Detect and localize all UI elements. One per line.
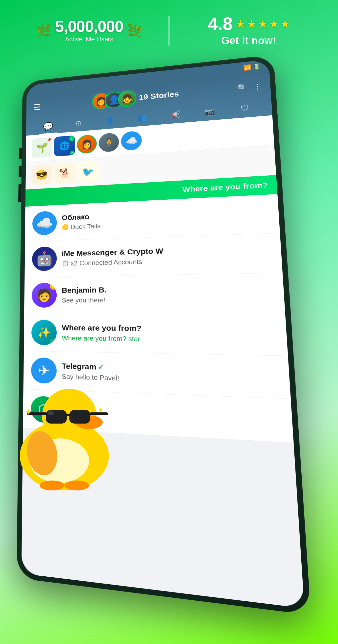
chat-info-oblako: Облако 🟡 Duck Tails: [62, 204, 271, 231]
sticker-doge[interactable]: 🐕: [54, 163, 75, 184]
sticker-plant[interactable]: 🌱 📌: [31, 137, 52, 158]
chat-avatar-where: ✨ A 1: [31, 320, 57, 345]
phone-frame: 📶 🔋 ☰ 👩: [16, 54, 311, 615]
get-it-now-text[interactable]: Get it now!: [221, 35, 276, 46]
rating-number: 4.8: [208, 15, 233, 33]
more-options-icon[interactable]: ⋮: [253, 82, 262, 91]
tab-groups[interactable]: 👥: [126, 109, 159, 127]
volume-up-button[interactable]: [19, 148, 22, 159]
search-icon[interactable]: 🔍: [237, 83, 248, 92]
chat-info-ime: iMe Messenger & Crypto W 📋 x2 Connected …: [62, 244, 273, 267]
media-icon: 📷: [204, 107, 215, 116]
preview-text-where: Where are you from? star: [62, 334, 140, 343]
stories-section[interactable]: 👩 👤 👧 19 Stories: [92, 85, 179, 110]
chat-item-where[interactable]: ✨ A 1 Where are you from? Where are you …: [24, 314, 288, 356]
contacts-icon: 👤: [105, 116, 115, 125]
chat-avatar-oblako: ☁️: [32, 211, 57, 236]
star-2: ★: [247, 18, 256, 30]
users-count-text: 5,000,000 Active iMe Users: [55, 18, 123, 43]
sticker-sunglasses[interactable]: 😎: [31, 164, 52, 185]
chat-info-benjamin: Benjamin B. See you there!: [62, 283, 275, 304]
channels-icon: ⊙: [75, 119, 82, 127]
sparkle-star-right: ✦: [98, 406, 103, 414]
pin-icon: 📌: [47, 138, 51, 142]
header-icons: 🔍 ⋮: [237, 82, 262, 92]
top-badge-section: 🌿 5,000,000 Active iMe Users 🌿 4.8 ★ ★ ★…: [0, 10, 338, 52]
power-button[interactable]: [18, 184, 21, 202]
story-cloud[interactable]: ☁️: [121, 130, 142, 151]
tab-channels[interactable]: ⊙: [63, 114, 94, 132]
chats-icon: 💬: [43, 121, 53, 131]
laurel-right-icon: 🌿: [127, 24, 143, 37]
tab-security[interactable]: 🛡: [227, 99, 264, 119]
security-icon: 🛡: [241, 104, 249, 113]
person-icon: 🧑: [36, 288, 52, 302]
users-label: Active iMe Users: [55, 36, 123, 43]
hamburger-menu-icon[interactable]: ☰: [33, 102, 41, 112]
sparkle-icon: ✨: [37, 326, 51, 339]
duck-mascot: ✦ ✦: [2, 372, 126, 496]
robot-icon: 🤖: [36, 251, 53, 267]
chat-avatar-benjamin: 🧑 ⭐: [32, 282, 57, 308]
chat-item-benjamin[interactable]: 🧑 ⭐ Benjamin B. See you there!: [24, 273, 285, 314]
glare-left: [48, 411, 54, 415]
notification-badge-1: 1: [69, 136, 74, 141]
users-number: 5,000,000: [55, 18, 123, 34]
story-person-2[interactable]: 🧍: [99, 132, 119, 152]
tab-chats[interactable]: 💬: [33, 118, 63, 135]
duck-foot-right: [64, 480, 89, 490]
story-avatars: 👩 👤 👧: [92, 90, 137, 110]
chat-name-benjamin: Benjamin B.: [62, 283, 275, 294]
tab-broadcast[interactable]: 📢: [159, 106, 193, 125]
preview-icon-ime: 📋: [62, 260, 69, 266]
sunglasses-bridge: [66, 414, 70, 416]
rating-row: 4.8 ★ ★ ★ ★ ★: [208, 15, 290, 33]
rating-badge: 4.8 ★ ★ ★ ★ ★ Get it now!: [169, 10, 328, 52]
preview-text-ime: x2 Connected Accounts: [70, 258, 142, 267]
users-badge: 🌿 5,000,000 Active iMe Users 🌿: [10, 14, 169, 48]
cloud-icon: ☁️: [36, 215, 53, 231]
chat-avatar-ime: 🤖: [32, 246, 57, 271]
star-3: ★: [258, 18, 268, 30]
chat-name-where: Where are you from?: [62, 323, 277, 334]
volume-down-button[interactable]: [18, 166, 21, 177]
duck-foot-left: [39, 480, 64, 490]
sticker-duck[interactable]: 🐦: [77, 161, 99, 182]
chat-preview-where: Where are you from? star: [62, 334, 278, 345]
chat-info-where: Where are you from? Where are you from? …: [62, 323, 278, 345]
duck-svg: ✦ ✦: [2, 372, 126, 496]
star-1: ★: [236, 18, 245, 30]
sunglasses-right: [69, 410, 90, 424]
groups-icon: 👥: [137, 113, 147, 122]
broadcast-icon: 📢: [170, 110, 181, 119]
star-4: ★: [269, 18, 279, 30]
phone-buttons: [18, 148, 22, 202]
chat-preview-benjamin: See you there!: [62, 295, 275, 304]
sticker-world[interactable]: 🌐 1 A: [54, 135, 75, 156]
story-person-1[interactable]: 👩: [77, 134, 97, 154]
laurel-left-icon: 🌿: [36, 24, 51, 37]
verified-icon: ✓: [98, 363, 104, 371]
tab-media[interactable]: 📷: [192, 102, 228, 122]
stories-title: 19 Stories: [139, 90, 179, 102]
preview-text-oblako: Duck Tails: [70, 222, 100, 231]
preview-text-benjamin: See you there!: [62, 296, 106, 304]
star-5-half: ★: [280, 18, 290, 30]
sparkle-star-left: ✦: [25, 407, 32, 417]
stars-row: ★ ★ ★ ★ ★: [236, 18, 290, 30]
banner-text: Where are you from?: [182, 180, 268, 194]
preview-icon-oblako: 🟡: [62, 224, 68, 230]
story-avatar-3[interactable]: 👧: [118, 90, 136, 108]
phone-screen: 📶 🔋 ☰ 👩: [21, 60, 304, 608]
tab-contacts[interactable]: 👤: [94, 112, 126, 130]
